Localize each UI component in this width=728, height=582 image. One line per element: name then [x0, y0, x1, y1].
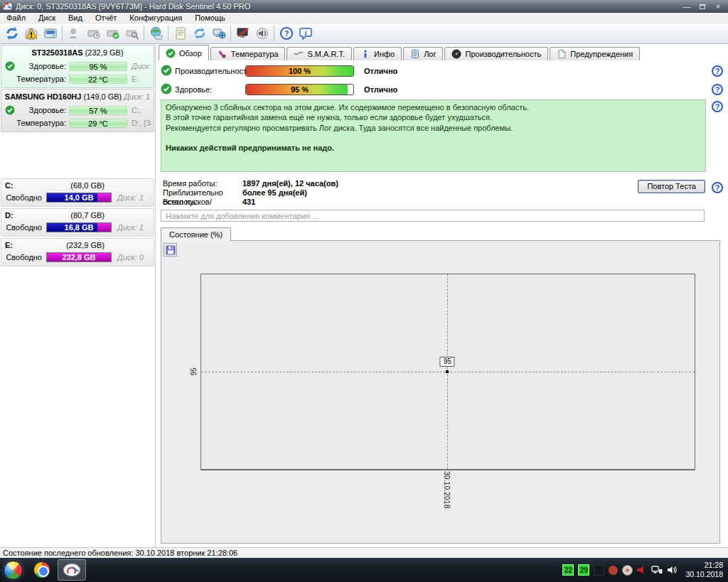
free-space-value: 14,0 GB	[47, 193, 111, 202]
message-line: Обнаружено 3 сбойных сектора на этом дис…	[166, 102, 701, 112]
minimize-button[interactable]: —	[682, 3, 691, 10]
toolbar: ? i	[0, 23, 728, 44]
analyze-button[interactable]	[122, 24, 141, 43]
free-space-value: 232,8 GB	[47, 253, 111, 262]
message-line: Рекомендуется регулярно просматривать Ло…	[166, 123, 701, 133]
tray-muted-speaker-icon[interactable]	[637, 566, 647, 575]
save-chart-button[interactable]	[164, 243, 177, 257]
menu-help[interactable]: Помощь	[188, 13, 232, 23]
title-bar[interactable]: Диск: 0, ST3250318AS [9VY6T73M] - Hard D…	[0, 0, 728, 13]
taskbar-chrome-button[interactable]	[28, 559, 56, 581]
hdsentinel-icon	[63, 564, 80, 576]
analyze-icon	[125, 26, 139, 41]
sync-button[interactable]	[190, 24, 209, 43]
partition-item-c[interactable]: C: (68,0 GB) Свободно 14,0 GB Диск: 1	[1, 178, 154, 207]
maximize-button[interactable]	[698, 3, 707, 10]
stat-label: Всего пусков/остановок:	[163, 198, 242, 207]
menu-disk[interactable]: Диск	[32, 13, 62, 23]
stat-label: Время работы:	[163, 179, 242, 188]
message-action: Никаких действий предпринимать не надо.	[166, 143, 701, 153]
chart-plot-area[interactable]: 95 95 30.10.2018	[200, 274, 695, 470]
help-icon[interactable]: ?	[712, 101, 723, 112]
refresh-button[interactable]	[2, 24, 21, 43]
help-icon: ?	[279, 26, 294, 41]
menu-bar: Файл Диск Вид Отчёт Конфигурация Помощь	[0, 13, 728, 23]
chart-tab-state[interactable]: Состояние (%)	[161, 227, 231, 241]
tab-alerts[interactable]: Предупреждения	[550, 47, 640, 60]
warning-icon	[24, 26, 38, 41]
menu-configuration[interactable]: Конфигурация	[123, 13, 188, 23]
alerts-button[interactable]	[21, 24, 41, 43]
stat-value: 431	[242, 198, 255, 207]
tab-overview[interactable]: Обзор	[159, 45, 209, 60]
message-line: В этой точке гарантийная замена ещё не н…	[166, 112, 701, 122]
menu-report[interactable]: Отчёт	[89, 13, 123, 23]
about-button[interactable]: i	[296, 24, 315, 43]
surface-test-button[interactable]	[65, 24, 84, 43]
help-button[interactable]: ?	[277, 24, 296, 43]
close-button[interactable]: ×	[714, 3, 722, 10]
window-title: Диск: 0, ST3250318AS [9VY6T73M] - Hard D…	[16, 2, 682, 11]
taskbar-hdsentinel-button[interactable]	[58, 559, 86, 581]
quick-test-button[interactable]	[103, 24, 122, 43]
network-button[interactable]	[146, 24, 166, 43]
tab-info[interactable]: Инфо	[353, 47, 402, 60]
performance-value: 100 %	[246, 66, 353, 77]
start-button[interactable]	[4, 561, 23, 580]
stat-value: более 95 дня(ей)	[242, 188, 307, 198]
disk-item-samsung-hd160hj[interactable]: SAMSUNG HD160HJ (149,0 GB) Диск: 1 Здоро…	[1, 89, 154, 132]
partition-size: (68,0 GB)	[25, 181, 151, 190]
partition-letter: D:	[4, 211, 25, 220]
thermometer-icon	[218, 49, 228, 59]
help-icon[interactable]: ?	[712, 84, 723, 95]
sound-settings-button[interactable]	[252, 24, 272, 43]
remote-button[interactable]	[209, 24, 228, 43]
retest-button[interactable]: Повтор Теста	[638, 180, 705, 193]
comment-input[interactable]	[161, 210, 705, 222]
tab-smart[interactable]: S.M.A.R.T.	[287, 47, 352, 60]
chart-x-tick: 30.10.2018	[443, 471, 451, 509]
tray-temp-badge-2[interactable]: 29	[578, 564, 589, 576]
tab-temperature[interactable]: Температура	[210, 47, 286, 60]
report-icon	[173, 26, 188, 41]
free-space-bar: 232,8 GB	[46, 252, 112, 262]
tray-app-icon[interactable]	[622, 565, 633, 576]
scheduled-test-icon	[87, 26, 101, 41]
refresh-icon	[5, 26, 19, 41]
partition-item-e[interactable]: E: (232,9 GB) Свободно 232,8 GB Диск: 0	[1, 238, 154, 266]
tab-log[interactable]: Лог	[403, 47, 443, 60]
health-row: Здоровье: 95 % Отлично	[161, 83, 397, 96]
scheduled-test-button[interactable]	[84, 24, 103, 43]
health-bar: 57 %	[69, 106, 127, 115]
taskbar-clock[interactable]: 21:28 30.10.2018	[685, 561, 723, 579]
menu-file[interactable]: Файл	[0, 13, 32, 23]
health-rating: Отлично	[364, 85, 397, 94]
tray-volume-icon[interactable]	[667, 565, 678, 575]
chart-y-tick: 95	[190, 367, 198, 375]
partition-item-d[interactable]: D: (80,7 GB) Свободно 16,8 GB Диск: 1	[1, 208, 154, 237]
display-settings-button[interactable]	[233, 24, 252, 43]
disk-sidebar: ST3250318AS (232,9 GB) Здоровье: 95 % Ди…	[0, 44, 156, 547]
help-icon[interactable]: ?	[712, 65, 723, 77]
tray-temp-badge-1[interactable]: 22	[562, 564, 574, 576]
menu-view[interactable]: Вид	[62, 13, 89, 23]
disk-button[interactable]	[41, 24, 60, 43]
tab-performance[interactable]: Производительность	[444, 47, 548, 60]
disk-size: (232,9 GB)	[85, 48, 124, 57]
performance-rating: Отлично	[364, 67, 397, 75]
performance-ok-icon	[161, 65, 172, 76]
report-button[interactable]	[171, 24, 190, 43]
toolbar-separator	[274, 26, 274, 41]
disk-name: SAMSUNG HD160HJ	[5, 92, 82, 101]
chart-data-point[interactable]	[446, 370, 449, 373]
tray-app-icon[interactable]	[594, 565, 604, 576]
disk-item-st3250318as[interactable]: ST3250318AS (232,9 GB) Здоровье: 95 % Ди…	[1, 45, 154, 88]
gauge-icon	[451, 49, 461, 59]
help-icon[interactable]: ?	[712, 182, 723, 193]
performance-row: Производительность: 100 % Отлично	[161, 65, 397, 77]
temperature-bar: 29 °C	[69, 119, 127, 128]
tray-app-icon[interactable]	[609, 566, 618, 575]
tray-network-icon[interactable]	[651, 565, 663, 575]
display-slash-icon	[236, 26, 250, 41]
stat-label: Приблизительно осталось:	[163, 188, 242, 198]
